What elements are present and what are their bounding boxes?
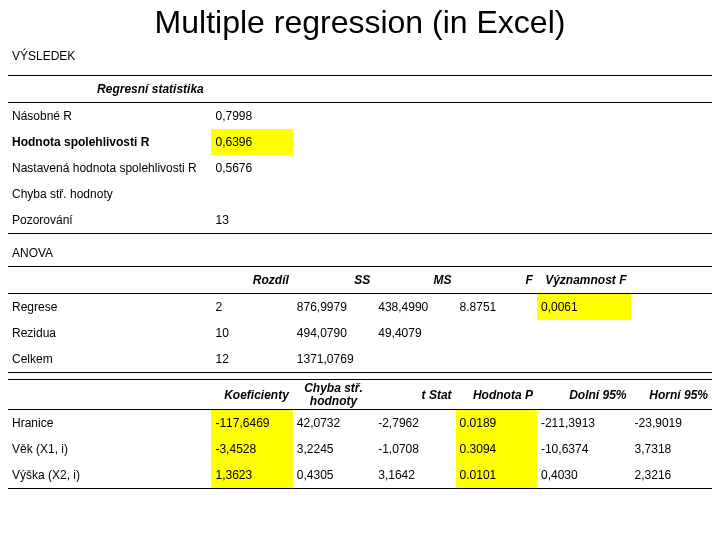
val-vyska-koef: 1,3623: [211, 462, 292, 489]
val-regrese-vyznF: 0,0061: [537, 294, 631, 321]
val-rezidua-rozdil: 10: [211, 320, 292, 346]
val-regrese-f: 8.8751: [456, 294, 537, 321]
label-adjR: Nastavená hodnota spolehlivosti R: [8, 155, 211, 181]
label-celkem: Celkem: [8, 346, 211, 373]
val-hranice-dolni: -211,3913: [537, 410, 631, 437]
val-chyba: [211, 181, 292, 207]
row-rezidua: Rezidua 10 494,0790 49,4079: [8, 320, 712, 346]
val-regrese-rozdil: 2: [211, 294, 292, 321]
row-anova-label: ANOVA: [8, 240, 712, 267]
label-spolR: Hodnota spolehlivosti R: [8, 129, 211, 155]
val-vek-koef: -3,4528: [211, 436, 292, 462]
val-adjR: 0,5676: [211, 155, 292, 181]
val-spolR: 0,6396: [211, 129, 292, 155]
label-rezidua: Rezidua: [8, 320, 211, 346]
page-title: Multiple regression (in Excel): [8, 4, 712, 41]
val-regrese-ss: 876,9979: [293, 294, 374, 321]
val-hranice-t: -2,7962: [374, 410, 455, 437]
row-vysledek: VÝSLEDEK: [8, 43, 712, 69]
row-celkem: Celkem 12 1371,0769: [8, 346, 712, 373]
label-pozor: Pozorování: [8, 207, 211, 234]
regression-output-table: VÝSLEDEK Regresní statistika Násobné R 0…: [8, 43, 712, 489]
label-anova: ANOVA: [8, 240, 211, 267]
hdr-hodnotaP: Hodnota P: [456, 380, 537, 410]
label-chyba: Chyba stř. hodnoty: [8, 181, 211, 207]
val-rezidua-ss: 494,0790: [293, 320, 374, 346]
val-celkem-rozdil: 12: [211, 346, 292, 373]
val-vyska-dolni: 0,4030: [537, 462, 631, 489]
hdr-vyznF: Významnost F: [537, 267, 631, 294]
val-hranice-koef: -117,6469: [211, 410, 292, 437]
label-vek: Věk (X1, i): [8, 436, 211, 462]
val-vek-p: 0.3094: [456, 436, 537, 462]
row-hranice: Hranice -117,6469 42,0732 -2,7962 0.0189…: [8, 410, 712, 437]
row-adjR: Nastavená hodnota spolehlivosti R 0,5676: [8, 155, 712, 181]
val-pozor: 13: [211, 207, 292, 234]
hdr-f: F: [456, 267, 537, 294]
hdr-rozdil: Rozdíl: [211, 267, 292, 294]
row-anova-header: Rozdíl SS MS F Významnost F: [8, 267, 712, 294]
hdr-chybaStr: Chyba stř. hodnoty: [293, 380, 374, 410]
label-regrese: Regrese: [8, 294, 211, 321]
val-vyska-chyba: 0,4305: [293, 462, 374, 489]
val-nasobneR: 0,7998: [211, 103, 292, 130]
row-vyska: Výška (X2, i) 1,3623 0,4305 3,1642 0.010…: [8, 462, 712, 489]
hdr-ms: MS: [374, 267, 455, 294]
val-celkem-ss: 1371,0769: [293, 346, 374, 373]
hdr-koef: Koeficienty: [211, 380, 292, 410]
row-spolR: Hodnota spolehlivosti R 0,6396: [8, 129, 712, 155]
hdr-ss: SS: [293, 267, 374, 294]
label-hranice: Hranice: [8, 410, 211, 437]
val-rezidua-ms: 49,4079: [374, 320, 455, 346]
val-vek-horni: 3,7318: [631, 436, 712, 462]
val-regrese-ms: 438,4990: [374, 294, 455, 321]
row-regstat-header: Regresní statistika: [8, 76, 712, 103]
val-vyska-p: 0.0101: [456, 462, 537, 489]
val-vek-t: -1,0708: [374, 436, 455, 462]
val-vek-dolni: -10,6374: [537, 436, 631, 462]
label-nasobneR: Násobné R: [8, 103, 211, 130]
row-pozor: Pozorování 13: [8, 207, 712, 234]
row-nasobneR: Násobné R 0,7998: [8, 103, 712, 130]
label-vysledek: VÝSLEDEK: [8, 43, 211, 69]
label-vyska: Výška (X2, i): [8, 462, 211, 489]
val-hranice-p: 0.0189: [456, 410, 537, 437]
label-regstat: Regresní statistika: [8, 76, 293, 103]
val-hranice-horni: -23,9019: [631, 410, 712, 437]
val-hranice-chyba: 42,0732: [293, 410, 374, 437]
hdr-dolni: Dolní 95%: [537, 380, 631, 410]
row-chyba: Chyba stř. hodnoty: [8, 181, 712, 207]
row-coef-header: Koeficienty Chyba stř. hodnoty t Stat Ho…: [8, 380, 712, 410]
hdr-horni: Horní 95%: [631, 380, 712, 410]
val-vek-chyba: 3,2245: [293, 436, 374, 462]
hdr-tstat: t Stat: [374, 380, 455, 410]
val-vyska-horni: 2,3216: [631, 462, 712, 489]
val-vyska-t: 3,1642: [374, 462, 455, 489]
row-vek: Věk (X1, i) -3,4528 3,2245 -1,0708 0.309…: [8, 436, 712, 462]
row-regrese: Regrese 2 876,9979 438,4990 8.8751 0,006…: [8, 294, 712, 321]
